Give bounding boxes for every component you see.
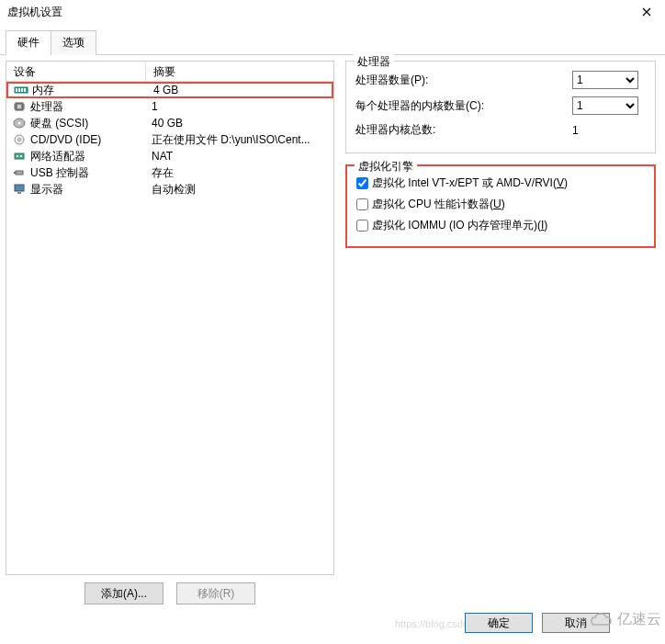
tabs: 硬件 选项 (0, 29, 665, 55)
svg-point-16 (18, 139, 21, 141)
list-header: 设备 摘要 (6, 62, 333, 82)
close-icon (642, 7, 651, 17)
svg-rect-18 (17, 155, 18, 157)
device-label: 硬盘 (SCSI) (30, 116, 88, 131)
iommu-checkbox[interactable] (356, 220, 368, 232)
svg-rect-23 (17, 192, 21, 194)
svg-point-14 (18, 122, 21, 125)
cpu-count-select[interactable]: 1 (572, 71, 638, 89)
device-label: 显示器 (30, 182, 63, 198)
device-label: USB 控制器 (30, 165, 89, 181)
list-item-cpu[interactable]: 处理器 1 (6, 98, 333, 115)
device-summary: 存在 (146, 165, 333, 181)
processor-group-title: 处理器 (354, 54, 394, 70)
list-body: 内存 4 GB 处理器 1 硬盘 (SCSI) 40 GB (6, 82, 333, 198)
watermark: 亿速云 (590, 610, 661, 629)
vt-label[interactable]: 虚拟化 Intel VT-x/EPT 或 AMD-V/RVI(V) (372, 175, 568, 191)
tab-options[interactable]: 选项 (51, 30, 96, 55)
device-summary: NAT (146, 150, 333, 163)
cd-icon (12, 134, 27, 145)
header-summary[interactable]: 摘要 (146, 62, 333, 81)
titlebar: 虚拟机设置 (0, 0, 665, 24)
device-buttons: 添加(A)... 移除(R) (6, 582, 334, 604)
cores-per-cpu-select[interactable]: 1 (572, 96, 638, 115)
svg-rect-19 (20, 155, 22, 157)
window-title: 虚拟机设置 (7, 5, 62, 20)
close-button[interactable] (628, 0, 665, 24)
perf-counter-label[interactable]: 虚拟化 CPU 性能计数器(U) (372, 197, 505, 212)
cloud-icon (590, 612, 614, 628)
network-icon (12, 151, 27, 162)
device-summary: 正在使用文件 D:\yun\ISO\Cent... (146, 132, 333, 148)
svg-rect-4 (24, 88, 26, 92)
processor-group: 处理器 处理器数量(P): 1 每个处理器的内核数量(C): 1 处理器内核总数… (345, 61, 656, 153)
total-cores-label: 处理器内核总数: (355, 122, 572, 138)
list-item-disk[interactable]: 硬盘 (SCSI) 40 GB (6, 115, 333, 131)
device-label: 内存 (32, 83, 54, 98)
iommu-label[interactable]: 虚拟化 IOMMU (IO 内存管理单元)(I) (372, 218, 547, 233)
device-summary: 1 (146, 100, 333, 113)
svg-rect-3 (21, 88, 23, 92)
header-device[interactable]: 设备 (6, 62, 146, 81)
device-label: 处理器 (30, 99, 63, 115)
tab-hardware[interactable]: 硬件 (6, 30, 51, 55)
right-panel: 处理器 处理器数量(P): 1 每个处理器的内核数量(C): 1 处理器内核总数… (342, 61, 659, 604)
remove-button[interactable]: 移除(R) (176, 582, 255, 604)
memory-icon (14, 85, 28, 96)
display-icon (12, 184, 27, 195)
vt-checkbox[interactable] (356, 177, 368, 189)
cores-per-cpu-label: 每个处理器的内核数量(C): (355, 98, 572, 114)
svg-rect-17 (15, 153, 24, 159)
svg-rect-1 (16, 88, 17, 92)
left-panel: 设备 摘要 内存 4 GB 处理器 1 (6, 61, 334, 604)
device-summary: 40 GB (146, 117, 333, 130)
list-item-display[interactable]: 显示器 自动检测 (6, 181, 333, 198)
svg-rect-6 (17, 105, 21, 108)
cpu-count-label: 处理器数量(P): (355, 73, 572, 88)
watermark-text: 亿速云 (617, 610, 661, 629)
device-summary: 自动检测 (146, 182, 333, 198)
ok-button[interactable]: 确定 (465, 613, 533, 633)
list-item-cd[interactable]: CD/DVD (IDE) 正在使用文件 D:\yun\ISO\Cent... (6, 131, 333, 148)
bottom-buttons: 确定 取消 (465, 613, 610, 633)
svg-rect-20 (16, 171, 23, 175)
svg-rect-2 (18, 88, 20, 92)
device-list: 设备 摘要 内存 4 GB 处理器 1 (6, 61, 334, 575)
disk-icon (12, 118, 27, 129)
add-button[interactable]: 添加(A)... (85, 582, 163, 604)
list-item-network[interactable]: 网络适配器 NAT (6, 148, 333, 164)
svg-rect-22 (15, 185, 24, 191)
usb-icon (12, 167, 27, 178)
list-item-memory[interactable]: 内存 4 GB (6, 82, 333, 98)
device-label: CD/DVD (IDE) (30, 133, 101, 146)
total-cores-value: 1 (572, 124, 646, 137)
list-item-usb[interactable]: USB 控制器 存在 (6, 164, 333, 181)
device-label: 网络适配器 (30, 149, 85, 164)
content-area: 设备 摘要 内存 4 GB 处理器 1 (0, 55, 665, 610)
cpu-icon (12, 101, 27, 112)
svg-rect-21 (14, 172, 16, 174)
device-summary: 4 GB (148, 84, 332, 96)
perf-counter-checkbox[interactable] (356, 198, 368, 210)
virt-group-title: 虚拟化引擎 (355, 159, 417, 175)
virtualization-group: 虚拟化引擎 虚拟化 Intel VT-x/EPT 或 AMD-V/RVI(V) … (345, 164, 656, 248)
